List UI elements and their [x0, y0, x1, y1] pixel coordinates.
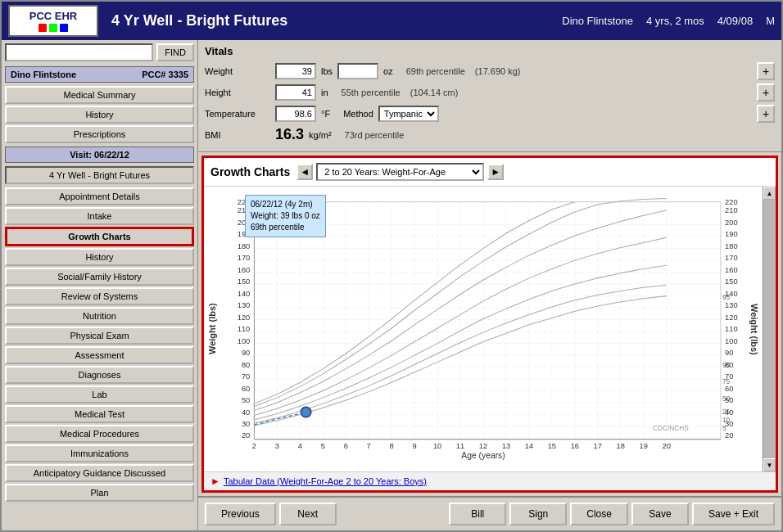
title-bar: PCC EHR 4 Yr Well - Bright Futures Dino …	[2, 2, 781, 40]
svg-text:30: 30	[725, 420, 733, 428]
main-window: PCC EHR 4 Yr Well - Bright Futures Dino …	[0, 0, 783, 532]
svg-text:19: 19	[640, 442, 648, 450]
method-select[interactable]: Tympanic Oral Rectal Axillary	[378, 106, 439, 122]
svg-text:7: 7	[367, 442, 371, 450]
chart-main: 06/22/12 (4y 2m) Weight: 39 lbs 0 oz 69t…	[220, 187, 746, 471]
svg-text:170: 170	[725, 254, 738, 262]
weight-oz-input[interactable]	[337, 63, 378, 79]
save-exit-button[interactable]: Save + Exit	[692, 503, 775, 525]
chart-next-button[interactable]: ►	[487, 164, 504, 180]
svg-text:190: 190	[725, 230, 738, 238]
svg-text:70: 70	[242, 372, 250, 381]
sidebar-pcc-number: PCC# 3335	[142, 70, 188, 79]
weight-oz-unit: oz	[383, 66, 393, 76]
dot-blue	[60, 24, 68, 32]
svg-text:13: 13	[502, 442, 510, 450]
sidebar-patient-name: Dino Flintstone	[11, 70, 76, 79]
svg-text:180: 180	[725, 242, 738, 250]
svg-text:50: 50	[242, 396, 250, 404]
visit-header: Visit: 06/22/12	[5, 147, 194, 163]
svg-text:150: 150	[238, 277, 251, 286]
sidebar-item-anticipatory-guidance[interactable]: Anticipatory Guidance Discussed	[5, 464, 194, 482]
svg-text:40: 40	[725, 408, 733, 417]
search-input[interactable]	[5, 43, 153, 61]
weight-plus-button[interactable]: +	[757, 62, 775, 80]
bill-button[interactable]: Bill	[449, 503, 506, 525]
svg-text:160: 160	[238, 266, 251, 274]
tooltip-percentile: 69th percentile	[251, 222, 320, 233]
sidebar-item-appointment-details[interactable]: Appointment Details	[5, 187, 194, 205]
main-area: FIND Dino Flintstone PCC# 3335 Medical S…	[2, 40, 781, 530]
svg-text:90: 90	[725, 349, 733, 357]
svg-text:4: 4	[298, 442, 302, 450]
tabular-triangle-icon: ►	[210, 476, 220, 487]
close-button[interactable]: Close	[570, 503, 628, 525]
dot-green	[49, 24, 57, 32]
weight-lbs-unit: lbs	[321, 66, 333, 76]
scroll-track	[763, 200, 776, 458]
sidebar-item-nutrition[interactable]: Nutrition	[5, 307, 194, 325]
svg-text:160: 160	[725, 266, 738, 274]
save-button[interactable]: Save	[631, 503, 689, 525]
sidebar-item-assessment[interactable]: Assessment	[5, 346, 194, 364]
sidebar-item-lab[interactable]: Lab	[5, 385, 194, 404]
svg-text:8: 8	[390, 442, 394, 450]
growth-chart-section: Growth Charts ◄ 2 to 20 Years: Weight-Fo…	[201, 156, 778, 493]
svg-text:110: 110	[725, 325, 738, 333]
sidebar-item-history-visit[interactable]: History	[5, 248, 194, 266]
sidebar-item-physical-exam[interactable]: Physical Exam	[5, 327, 194, 345]
chart-nav: ◄ 2 to 20 Years: Weight-For-Age 2 to 20 …	[296, 163, 504, 181]
sidebar-item-plan[interactable]: Plan	[5, 484, 194, 502]
visit-name: 4 Yr Well - Bright Futures	[5, 166, 194, 184]
chart-area: Weight (lbs) 06/22/12 (4y 2m) Weight: 39…	[204, 187, 776, 471]
weight-lbs-input[interactable]	[275, 63, 316, 79]
sidebar-item-immunizations[interactable]: Immunizations	[5, 444, 194, 462]
svg-text:130: 130	[725, 301, 738, 309]
sidebar-item-medical-summary[interactable]: Medical Summary	[5, 86, 194, 104]
svg-text:30: 30	[242, 420, 250, 428]
svg-text:80: 80	[242, 361, 250, 369]
find-button[interactable]: FIND	[156, 43, 194, 61]
svg-text:100: 100	[725, 337, 738, 345]
svg-text:17: 17	[594, 442, 602, 450]
sidebar-item-intake[interactable]: Intake	[5, 207, 194, 225]
height-input[interactable]	[275, 84, 316, 101]
svg-text:180: 180	[238, 242, 251, 250]
sidebar-item-social-family-history[interactable]: Social/Family History	[5, 268, 194, 286]
svg-text:2: 2	[252, 442, 256, 450]
svg-text:5: 5	[321, 442, 325, 450]
svg-text:12: 12	[479, 442, 487, 450]
sign-button[interactable]: Sign	[509, 503, 567, 525]
sidebar-item-prescriptions[interactable]: Prescriptions	[5, 125, 194, 143]
next-button[interactable]: Next	[279, 503, 337, 525]
chart-type-select[interactable]: 2 to 20 Years: Weight-For-Age 2 to 20 Ye…	[316, 163, 484, 181]
chart-bottom-bar: ► Tabular Data (Weight-For-Age 2 to 20 Y…	[204, 471, 776, 490]
sidebar-item-diagnoses[interactable]: Diagnoses	[5, 366, 194, 384]
chart-prev-button[interactable]: ◄	[296, 164, 313, 180]
temp-label: Temperature	[205, 109, 270, 119]
svg-text:120: 120	[725, 313, 738, 322]
sidebar-item-history[interactable]: History	[5, 106, 194, 124]
sidebar-item-medical-test[interactable]: Medical Test	[5, 405, 194, 423]
previous-button[interactable]: Previous	[205, 503, 276, 525]
height-unit: in	[321, 88, 328, 97]
scroll-down-button[interactable]: ▼	[763, 458, 776, 471]
tabular-data-link[interactable]: Tabular Data (Weight-For-Age 2 to 20 Yea…	[224, 476, 427, 486]
sidebar-item-medical-procedures[interactable]: Medical Procedures	[5, 425, 194, 443]
sidebar-item-growth-charts[interactable]: Growth Charts	[5, 227, 194, 246]
svg-text:110: 110	[238, 325, 251, 333]
svg-text:Age (years): Age (years)	[461, 451, 505, 460]
temp-plus-button[interactable]: +	[757, 105, 775, 123]
svg-text:200: 200	[725, 219, 738, 227]
height-plus-button[interactable]: +	[757, 83, 775, 101]
svg-text:130: 130	[238, 301, 251, 309]
sidebar-item-review-of-systems[interactable]: Review of Systems	[5, 287, 194, 305]
bmi-percentile: 73rd percentile	[345, 130, 405, 140]
temp-input[interactable]	[275, 106, 316, 122]
tooltip-weight: Weight: 39 lbs 0 oz	[251, 210, 320, 222]
bottom-button-bar: Previous Next Bill Sign Close Save Save …	[198, 496, 781, 530]
svg-text:3: 3	[275, 442, 279, 450]
dot-red	[38, 24, 47, 32]
y-axis-left-label: Weight (lbs)	[204, 187, 220, 471]
scroll-up-button[interactable]: ▲	[763, 187, 776, 200]
